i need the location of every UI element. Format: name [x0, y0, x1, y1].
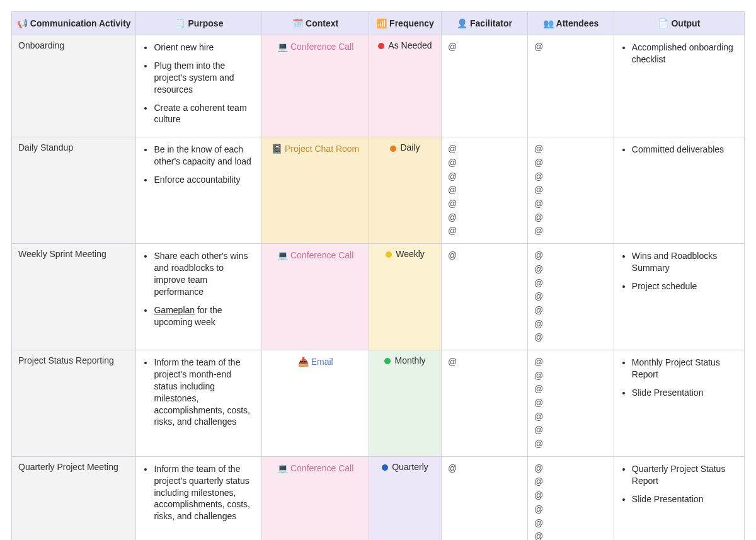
- attendees-cell: @@@@@@@: [527, 350, 614, 456]
- mention-placeholder: @: [534, 318, 607, 331]
- context-icon: 💻: [277, 42, 288, 52]
- mention-placeholder: @: [448, 355, 521, 369]
- output-cell: Wins and Roadblocks SummaryProject sched…: [614, 244, 744, 350]
- mention-placeholder: @: [448, 462, 521, 476]
- attendees-cell: @@@@@@@: [527, 137, 614, 244]
- context-cell: 📥Email: [262, 350, 369, 456]
- purpose-item: Gameplan for the upcoming week: [154, 304, 255, 328]
- frequency-cell: Monthly: [369, 350, 441, 456]
- frequency-dot-icon: [384, 358, 391, 364]
- mention-placeholder: @: [534, 410, 607, 424]
- header-attendees: 👥Attendees: [527, 12, 614, 35]
- purpose-cell: Inform the team of the project's month-e…: [136, 350, 262, 456]
- mention-placeholder: @: [534, 489, 607, 503]
- activity-cell: Project Status Reporting: [12, 350, 136, 456]
- person-icon: 👤: [457, 18, 467, 28]
- communication-plan-table: 📢Communication Activity 🗒️Purpose 🗓️Cont…: [11, 11, 745, 540]
- mention-placeholder: @: [534, 142, 607, 156]
- mention-placeholder: @: [448, 170, 521, 184]
- facilitator-cell: @: [442, 456, 528, 540]
- mention-placeholder: @: [534, 369, 607, 383]
- table-row: Quarterly Project MeetingInform the team…: [12, 456, 745, 540]
- context-label: 💻Conference Call: [277, 250, 353, 260]
- mention-placeholder: @: [534, 211, 607, 225]
- facilitator-cell: @: [442, 244, 528, 350]
- frequency-dot-icon: [390, 146, 396, 152]
- attendees-cell: @@@@@@@: [527, 456, 614, 540]
- facilitator-cell: @@@@@@@: [442, 137, 528, 244]
- context-cell: 📓Project Chat Room: [262, 137, 369, 244]
- purpose-cell: Be in the know of each other's capacity …: [136, 137, 262, 244]
- mention-placeholder: @: [534, 517, 607, 531]
- table-row: Daily StandupBe in the know of each othe…: [12, 137, 745, 244]
- output-item: Slide Presentation: [632, 493, 738, 505]
- mention-placeholder: @: [534, 530, 607, 540]
- facilitator-cell: @: [442, 35, 528, 137]
- frequency-label: As Needed: [388, 40, 432, 50]
- output-item: Accomplished onboarding checklist: [632, 42, 738, 66]
- mention-placeholder: @: [534, 224, 607, 238]
- mention-placeholder: @: [534, 437, 607, 451]
- context-icon: 💻: [277, 250, 288, 260]
- header-frequency: 📶Frequency: [369, 12, 441, 35]
- output-item: Monthly Project Status Report: [632, 357, 738, 381]
- table-row: OnboardingOrient new hirePlug them into …: [12, 35, 745, 137]
- mention-placeholder: @: [534, 462, 607, 476]
- notepad-icon: 🗒️: [175, 18, 185, 28]
- people-icon: 👥: [543, 18, 554, 28]
- mention-placeholder: @: [448, 183, 521, 197]
- frequency-cell: Quarterly: [369, 456, 441, 540]
- header-activity: 📢Communication Activity: [12, 12, 136, 35]
- mention-placeholder: @: [534, 156, 607, 170]
- frequency-label: Monthly: [394, 355, 425, 365]
- mention-placeholder: @: [534, 396, 607, 410]
- mention-placeholder: @: [534, 170, 607, 184]
- output-item: Quarterly Project Status Report: [632, 463, 738, 487]
- mention-placeholder: @: [534, 249, 607, 263]
- purpose-item: Create a coherent team culture: [154, 102, 255, 126]
- frequency-label: Weekly: [396, 249, 425, 259]
- mention-placeholder: @: [534, 304, 607, 318]
- purpose-item: Orient new hire: [154, 42, 255, 54]
- facilitator-cell: @: [442, 350, 528, 456]
- activity-cell: Onboarding: [12, 35, 136, 137]
- table-row: Project Status ReportingInform the team …: [12, 350, 745, 456]
- mention-placeholder: @: [448, 40, 521, 54]
- table-row: Weekly Sprint MeetingShare each other's …: [12, 244, 745, 350]
- purpose-item: Be in the know of each other's capacity …: [154, 144, 255, 168]
- mention-placeholder: @: [534, 382, 607, 396]
- purpose-item: Enforce accountability: [154, 174, 255, 186]
- mention-placeholder: @: [534, 263, 607, 277]
- output-cell: Accomplished onboarding checklist: [614, 35, 744, 137]
- header-facilitator: 👤Facilitator: [442, 12, 528, 35]
- frequency-dot-icon: [378, 43, 384, 49]
- document-icon: 📄: [658, 18, 668, 28]
- frequency-label: Daily: [400, 142, 420, 152]
- mention-placeholder: @: [534, 40, 607, 54]
- frequency-label: Quarterly: [392, 462, 428, 472]
- context-icon: 📓: [272, 144, 282, 154]
- signal-icon: 📶: [376, 18, 387, 28]
- context-icon: 📥: [298, 357, 309, 367]
- mention-placeholder: @: [534, 423, 607, 437]
- calendar-icon: 🗓️: [292, 18, 303, 28]
- purpose-item: Inform the team of the project's quarter…: [154, 463, 255, 522]
- mention-placeholder: @: [534, 475, 607, 489]
- purpose-cell: Orient new hirePlug them into the projec…: [136, 35, 262, 137]
- purpose-item: Inform the team of the project's month-e…: [154, 357, 255, 428]
- context-cell: 💻Conference Call: [262, 244, 369, 350]
- output-item: Wins and Roadblocks Summary: [632, 250, 738, 274]
- mention-placeholder: @: [534, 503, 607, 517]
- context-label: 📥Email: [298, 357, 333, 367]
- output-item: Project schedule: [632, 280, 738, 292]
- activity-cell: Quarterly Project Meeting: [12, 456, 136, 540]
- frequency-cell: Weekly: [369, 244, 441, 350]
- context-cell: 💻Conference Call: [262, 35, 369, 137]
- mention-placeholder: @: [534, 355, 607, 369]
- output-cell: Monthly Project Status ReportSlide Prese…: [614, 350, 744, 456]
- context-label: 💻Conference Call: [277, 463, 353, 473]
- mention-placeholder: @: [534, 331, 607, 345]
- header-output: 📄Output: [614, 12, 744, 35]
- mention-placeholder: @: [534, 183, 607, 197]
- mention-placeholder: @: [534, 197, 607, 211]
